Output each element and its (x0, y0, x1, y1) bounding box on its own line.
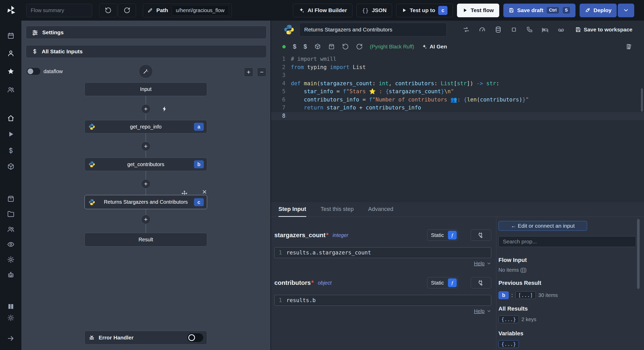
error-handler-toggle[interactable] (187, 333, 203, 342)
editor-scrollbar[interactable] (641, 88, 643, 112)
fx-mode-icon[interactable]: ƒ (448, 231, 457, 240)
connect-panel-scrollbar[interactable] (637, 219, 640, 289)
error-handler-bar[interactable]: Error Handler (84, 331, 207, 345)
phone-icon[interactable] (526, 26, 533, 33)
undo-button[interactable] (99, 4, 117, 17)
save-to-workspace-button[interactable]: Save to workspace (575, 27, 632, 33)
connect-input-button[interactable] (471, 277, 491, 288)
expr-editor[interactable]: 1 results.b (274, 295, 491, 306)
connect-input-button[interactable] (471, 229, 491, 241)
robot-icon[interactable] (5, 270, 16, 280)
redo-button[interactable] (118, 4, 136, 17)
chevron-down-icon[interactable] (487, 261, 491, 266)
code-line[interactable]: 7 return star_info + contributors_info (271, 104, 644, 112)
code-line[interactable]: 5 star_info = f"Stars ⭐ : {stargazers_co… (271, 88, 644, 96)
library-icon[interactable] (626, 43, 632, 50)
windmill-logo-icon[interactable] (5, 4, 17, 16)
reset-icon[interactable] (342, 43, 349, 50)
square-icon[interactable] (511, 26, 517, 33)
code-line[interactable]: 2from typing import List (271, 63, 644, 72)
deploy-dropdown-button[interactable] (618, 4, 634, 17)
add-step-button[interactable]: + (141, 215, 150, 224)
runs-play-icon[interactable] (5, 129, 16, 139)
expr-value[interactable]: results.b (286, 297, 316, 303)
add-step-button[interactable]: + (141, 142, 150, 151)
expand-arrow-right-icon[interactable] (5, 333, 16, 344)
test-up-to-button[interactable]: Test up to c (396, 4, 453, 17)
tab-advanced[interactable]: Advanced (368, 202, 393, 217)
step-id-chip[interactable]: b (498, 291, 509, 299)
json-button[interactable]: {} JSON (357, 4, 392, 17)
expr-value[interactable]: results.a.stargazers_count (286, 250, 371, 256)
delete-step-icon[interactable]: × (202, 188, 207, 196)
ai-gen-button[interactable]: AI Gen (421, 44, 447, 50)
save-draft-button[interactable]: Save draft Ctrl S (503, 4, 575, 17)
search-prop-input[interactable] (498, 236, 636, 247)
test-flow-button[interactable]: Test flow (457, 4, 499, 17)
edit-or-connect-button[interactable]: ← Edit or connect an input (498, 221, 587, 231)
apps-box-icon[interactable] (5, 194, 16, 204)
gauge-icon[interactable] (479, 26, 486, 33)
flow-summary-input[interactable] (26, 4, 92, 17)
loop-arrows-icon[interactable] (463, 26, 470, 33)
fx-mode-icon[interactable]: ƒ (448, 278, 457, 287)
code-line[interactable]: 8 (271, 112, 644, 120)
eye-icon[interactable] (5, 239, 16, 250)
deploy-button[interactable]: Deploy (580, 4, 617, 17)
chevron-down-icon[interactable] (487, 309, 491, 313)
calendar-icon[interactable] (5, 31, 16, 41)
folders-icon[interactable] (5, 209, 16, 219)
home-icon[interactable] (5, 113, 16, 123)
gear-icon[interactable] (5, 254, 16, 265)
help-link[interactable]: Help (474, 261, 485, 267)
tab-step-input[interactable]: Step Input (278, 202, 306, 217)
ai-flow-builder-button[interactable]: AI Flow Builder (293, 4, 352, 17)
flow-settings-button[interactable]: Settings (26, 26, 267, 39)
node-step-b[interactable]: get_contributors b (84, 158, 207, 171)
user-icon[interactable] (5, 48, 16, 58)
object-preview-chip[interactable]: {...} (498, 340, 519, 348)
variables-dollar-icon[interactable] (5, 146, 16, 156)
resource-picker-icon[interactable]: $ (303, 43, 307, 50)
groups-icon[interactable] (5, 224, 16, 234)
package-icon[interactable] (314, 43, 321, 50)
dataflow-toggle[interactable] (26, 67, 41, 75)
package-icon[interactable] (328, 43, 335, 50)
zoom-out-button[interactable]: − (257, 67, 266, 77)
tab-test-this-step[interactable]: Test this step (321, 202, 354, 217)
array-preview-chip[interactable]: [...] (515, 291, 536, 299)
step-title-input[interactable] (299, 23, 447, 37)
auto-layout-wand-button[interactable] (139, 64, 153, 78)
resources-cube-icon[interactable] (5, 161, 16, 172)
theme-sun-icon[interactable] (5, 313, 16, 323)
users-icon[interactable] (5, 84, 16, 95)
database-icon[interactable] (495, 26, 502, 33)
voicemail-icon[interactable] (557, 26, 565, 33)
path-control[interactable]: Path u/henri/gracious_flow (143, 4, 232, 17)
node-input[interactable]: Input (84, 82, 207, 96)
star-icon[interactable] (5, 66, 16, 76)
path-value[interactable]: u/henri/gracious_flow (172, 5, 229, 16)
add-step-button[interactable]: + (141, 179, 150, 189)
code-line[interactable]: 6 contributors_info = f"Number of contri… (271, 96, 644, 104)
code-area[interactable]: 1# import wmill2from typing import List3… (271, 55, 644, 120)
node-step-a[interactable]: get_repo_info a (84, 120, 207, 133)
node-result[interactable]: Result (84, 233, 207, 246)
input-mode-toggle[interactable]: Static ƒ (427, 229, 458, 241)
node-step-c-selected[interactable]: Returns Stargazers and Contributors c (84, 195, 207, 209)
variable-picker-icon[interactable]: $ (293, 43, 296, 50)
columns-layout-icon[interactable] (5, 301, 16, 312)
bed-icon[interactable] (541, 26, 549, 33)
test-up-to-step-badge[interactable]: c (438, 6, 447, 15)
object-preview-chip[interactable]: {...} (498, 315, 519, 323)
code-line[interactable]: 1# import wmill (271, 55, 644, 63)
input-mode-toggle[interactable]: Static ƒ (427, 277, 458, 288)
add-step-button[interactable]: + (141, 104, 150, 114)
code-line[interactable]: 3 (271, 71, 644, 80)
zoom-in-button[interactable]: + (244, 67, 253, 77)
reload-icon[interactable] (356, 43, 363, 50)
trigger-bolt-icon[interactable] (160, 105, 169, 113)
help-link[interactable]: Help (474, 308, 485, 314)
expr-editor[interactable]: 1 results.a.stargazers_count (274, 247, 491, 258)
code-line[interactable]: 4def main(stargazers_count: int, contrib… (271, 80, 644, 88)
